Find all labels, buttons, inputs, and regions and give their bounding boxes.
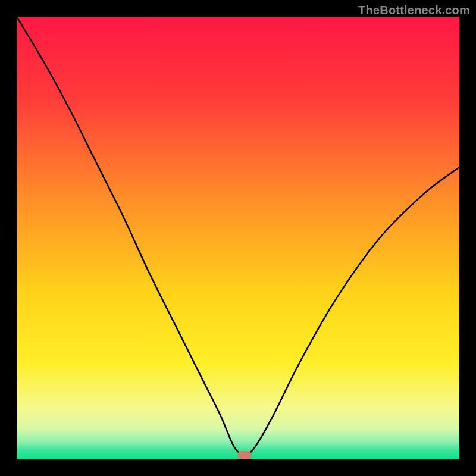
plot-area <box>17 17 459 459</box>
bottleneck-curve <box>17 17 459 456</box>
optimum-marker <box>237 451 252 459</box>
chart-stage: TheBottleneck.com <box>0 0 476 476</box>
curve-svg <box>17 17 459 459</box>
watermark-text: TheBottleneck.com <box>358 4 470 17</box>
